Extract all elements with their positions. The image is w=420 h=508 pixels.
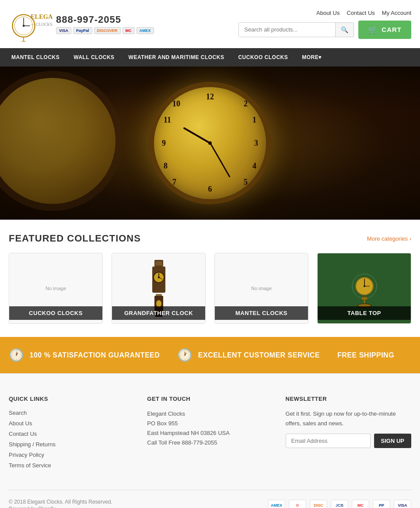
clock-num-10: 10: [172, 99, 180, 109]
visa-icon: VISA: [394, 500, 411, 508]
cuckoo-image: No image CUCKOO CLOCKS: [9, 253, 102, 323]
footer-contact: GET IN TOUCH Elegant Clocks PO Box 955 E…: [147, 396, 268, 472]
footer-contact-link[interactable]: Contact Us: [9, 431, 37, 437]
footer-about-link[interactable]: About Us: [9, 420, 32, 427]
amex-badge: AMEX: [136, 27, 154, 34]
info-banner-inner: 🕐 100 % SATISFACTION GUARANTEED 🕐 EXCELL…: [9, 348, 411, 362]
nav-more[interactable]: MORE▾: [295, 48, 329, 67]
svg-rect-10: [155, 261, 162, 266]
about-us-link[interactable]: About Us: [316, 10, 340, 16]
clock-num-8: 8: [164, 161, 168, 171]
clock-num-3: 3: [254, 139, 258, 148]
phone-number: 888-997-2055: [56, 14, 154, 25]
contact-company: Elegant Clocks: [147, 409, 268, 419]
cuckoo-no-image: No image: [46, 286, 66, 291]
footer-shipping-link[interactable]: Shipping / Returns: [9, 441, 56, 448]
newsletter-title: NEWSLETTER: [286, 396, 411, 402]
footer-privacy-link[interactable]: Privacy Policy: [9, 452, 44, 458]
logo-area: ELEGANT — CLOCKS — 888-997-2055 VISA Pay…: [9, 7, 154, 42]
header-actions: 🔍 🛒 CART: [238, 21, 411, 39]
cart-icon: 🛒: [368, 25, 378, 35]
mantel-no-image: No image: [251, 286, 272, 291]
clock-num-6: 6: [208, 185, 212, 194]
contact-us-link[interactable]: Contact Us: [346, 10, 374, 16]
footer-tos-link[interactable]: Terms of Service: [9, 462, 51, 469]
featured-header: FEATURED COLLECTIONS More categories ›: [9, 233, 411, 244]
service-text: EXCELLENT CUSTOMER SERVICE: [198, 351, 320, 359]
footer-search-link[interactable]: Search: [9, 410, 27, 416]
clock-num-7: 7: [172, 178, 176, 187]
collection-cuckoo[interactable]: No image CUCKOO CLOCKS: [9, 253, 103, 324]
discover-badge: DISCOVER: [94, 27, 121, 34]
mastercard-icon: MC: [352, 500, 369, 508]
featured-collections: FEATURED COLLECTIONS More categories › N…: [0, 220, 420, 337]
svg-text:— CLOCKS —: — CLOCKS —: [30, 22, 52, 27]
footer-inner: QUICK LINKS Search About Us Contact Us S…: [9, 396, 411, 472]
contact-title: GET IN TOUCH: [147, 396, 268, 402]
svg-point-6: [21, 41, 27, 42]
nav-cuckoo-clocks[interactable]: CUCKOO CLOCKS: [231, 48, 295, 67]
svg-point-15: [158, 277, 160, 278]
cuckoo-label: CUCKOO CLOCKS: [9, 306, 102, 320]
nav-mantel-clocks[interactable]: MANTEL CLOCKS: [4, 48, 66, 67]
featured-title: FEATURED COLLECTIONS: [9, 233, 141, 244]
nav-wall-clocks[interactable]: WALL CLOCKS: [66, 48, 121, 67]
nav-weather-maritime[interactable]: WEATHER AND MARITIME CLOCKS: [122, 48, 231, 67]
newsletter-email-input[interactable]: [286, 434, 371, 448]
grandfather-label: GRANDFATHER CLOCK: [112, 306, 205, 320]
payment-icons: VISA PayPal DISCOVER MC AMEX: [56, 27, 154, 34]
clock-num-9: 9: [162, 139, 166, 148]
service-icon: 🕐: [177, 348, 193, 362]
info-service: 🕐 EXCELLENT CUSTOMER SERVICE: [177, 348, 320, 362]
search-button[interactable]: 🔍: [335, 23, 354, 37]
quick-links-title: QUICK LINKS: [9, 396, 130, 402]
logo-icon: ELEGANT — CLOCKS —: [9, 7, 52, 42]
grandfather-image: GRANDFATHER CLOCK: [112, 253, 205, 323]
jcb-icon: JCB: [331, 500, 348, 508]
more-categories-link[interactable]: More categories ›: [367, 235, 411, 242]
footer-quick-links: QUICK LINKS Search About Us Contact Us S…: [9, 396, 130, 472]
cart-label: CART: [382, 26, 402, 33]
satisfaction-icon: 🕐: [9, 348, 24, 362]
collection-grandfather[interactable]: GRANDFATHER CLOCK: [112, 253, 206, 324]
mc-badge: MC: [122, 27, 135, 34]
footer-payment-icons: AMEX ⊙ DISC JCB MC PP VISA: [268, 500, 411, 508]
clock-center: [208, 141, 212, 145]
paypal-badge: PayPal: [73, 27, 92, 34]
clock-hand-hour: [183, 127, 210, 144]
newsletter-desc: Get it first. Sign up now for up-to-the-…: [286, 409, 411, 428]
footer-bottom: © 2018 Elegant Clocks. All Rights Reserv…: [9, 490, 411, 508]
mantel-image: No image MANTEL CLOCKS: [215, 253, 308, 323]
clock-num-1: 1: [252, 116, 256, 125]
clock-num-5: 5: [244, 178, 248, 187]
clock-num-11: 11: [164, 116, 171, 125]
top-links: About Us Contact Us My Account: [316, 10, 411, 16]
footer-newsletter: NEWSLETTER Get it first. Sign up now for…: [286, 396, 411, 472]
info-shipping: FREE SHIPPING: [337, 351, 394, 359]
tabletop-image: TABLE TOP: [318, 253, 411, 323]
mantel-label: MANTEL CLOCKS: [215, 306, 308, 320]
contact-phone: Call Toll Free 888-779-2055: [147, 438, 268, 448]
signup-button[interactable]: SIGN UP: [374, 434, 411, 448]
clock-num-4: 4: [252, 161, 256, 171]
visa-badge: VISA: [56, 27, 71, 34]
main-nav: MANTEL CLOCKS WALL CLOCKS WEATHER AND MA…: [0, 48, 420, 67]
search-input[interactable]: [239, 23, 335, 37]
info-banner: 🕐 100 % SATISFACTION GUARANTEED 🕐 EXCELL…: [0, 337, 420, 373]
my-account-link[interactable]: My Account: [382, 10, 411, 16]
hero-banner: 12 3 6 9 2 10 1 11 4 8 5 7: [0, 67, 420, 220]
powered-by-link[interactable]: Powered by Shopify: [9, 506, 56, 508]
contact-address2: East Hampstead NH 03826 USA: [147, 428, 268, 438]
contact-address1: PO Box 955: [147, 419, 268, 428]
svg-point-4: [23, 25, 25, 27]
satisfaction-text: 100 % SATISFACTION GUARANTEED: [30, 351, 160, 359]
collections-grid: No image CUCKOO CLOCKS: [9, 253, 411, 324]
collection-tabletop[interactable]: TABLE TOP: [317, 253, 411, 324]
cart-button[interactable]: 🛒 CART: [358, 21, 411, 39]
paypal-icon: PP: [373, 500, 390, 508]
footer: QUICK LINKS Search About Us Contact Us S…: [0, 373, 420, 508]
collection-mantel[interactable]: No image MANTEL CLOCKS: [214, 253, 308, 324]
diners-icon: ⊙: [289, 500, 306, 508]
clock-num-2: 2: [244, 99, 248, 109]
svg-rect-16: [156, 294, 162, 296]
